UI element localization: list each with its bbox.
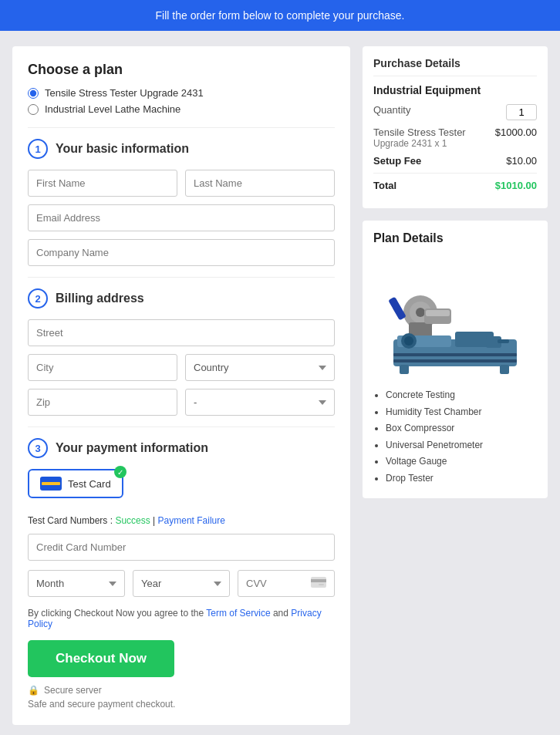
svg-rect-1 <box>311 579 326 582</box>
plan-option-2[interactable]: Industrial Level Lathe Machine <box>28 103 335 115</box>
features-list: Concrete Testing Humidity Test Chamber B… <box>373 387 537 487</box>
step1-circle: 1 <box>28 139 48 159</box>
country-select[interactable]: Country United States United Kingdom Can… <box>185 354 335 381</box>
total-row: Total $1010.00 <box>373 173 537 191</box>
step2-number: 2 <box>35 293 40 305</box>
setup-fee-row: Setup Fee $10.00 <box>373 155 537 167</box>
card-stripe <box>42 482 60 485</box>
success-link[interactable]: Success <box>115 515 150 526</box>
test-card-box[interactable]: Test Card ✓ <box>28 469 123 498</box>
street-field <box>28 319 335 346</box>
company-field <box>28 239 335 266</box>
email-input[interactable] <box>28 204 335 231</box>
step3-label: Your payment information <box>56 441 208 455</box>
failure-link[interactable]: Payment Failure <box>158 515 225 526</box>
equipment-title: Industrial Equipment <box>373 84 537 96</box>
plan-option-1[interactable]: Tensile Stress Tester Upgrade 2431 <box>28 87 335 99</box>
name-row <box>28 170 335 197</box>
step1-number: 1 <box>35 143 40 155</box>
feature-item: Universal Penetrometer <box>386 437 537 454</box>
expiry-row: Month 010203 040506 070809 101112 Year 2… <box>28 570 335 597</box>
secure-label: Secure server <box>44 685 102 696</box>
state-field: - New York California <box>185 389 335 416</box>
zip-state-row: - New York California <box>28 389 335 416</box>
product-name: Tensile Stress Tester <box>373 126 466 138</box>
plan-radio-2[interactable] <box>28 104 39 115</box>
svg-rect-21 <box>500 365 509 374</box>
svg-point-5 <box>416 308 425 317</box>
cvv-input[interactable] <box>246 571 311 596</box>
safe-text: Safe and secure payment checkout. <box>28 699 335 710</box>
tos-link[interactable]: Term of Service <box>206 608 270 619</box>
step3-number: 3 <box>35 443 40 454</box>
state-select[interactable]: - New York California <box>185 389 335 416</box>
plan-details-title: Plan Details <box>373 231 537 245</box>
test-card-label: Test Card Numbers : <box>28 515 115 526</box>
step2-label: Billing address <box>56 292 144 305</box>
first-name-field <box>28 170 177 197</box>
left-panel: Choose a plan Tensile Stress Tester Upgr… <box>12 46 350 725</box>
feature-item: Concrete Testing <box>386 387 537 404</box>
product-row: Tensile Stress Tester Upgrade 2431 x 1 $… <box>373 126 537 149</box>
feature-item: Humidity Test Chamber <box>386 404 537 421</box>
right-panel: Purchase Details Industrial Equipment Qu… <box>363 46 548 725</box>
plan-options: Tensile Stress Tester Upgrade 2431 Indus… <box>28 87 335 115</box>
quantity-value: 1 <box>506 104 537 120</box>
company-input[interactable] <box>28 239 335 266</box>
step3-header: 3 Your payment information <box>28 438 335 458</box>
quantity-label: Quantity <box>373 104 410 116</box>
product-info: Tensile Stress Tester Upgrade 2431 x 1 <box>373 126 466 149</box>
cc-number-input[interactable] <box>28 534 335 561</box>
setup-fee-value: $10.00 <box>506 155 537 167</box>
feature-item: Voltage Gauge <box>386 453 537 470</box>
secure-info: 🔒 Secure server <box>28 685 335 696</box>
tos-text: By clicking Checkout Now you agree to th… <box>28 608 335 629</box>
total-value: $1010.00 <box>495 180 537 191</box>
svg-point-15 <box>404 336 413 346</box>
svg-rect-10 <box>388 297 407 321</box>
year-select[interactable]: Year 20242025 20262027 20282029 <box>133 570 230 597</box>
feature-item: Box Compressor <box>386 420 537 437</box>
plan-radio-1[interactable] <box>28 88 39 99</box>
total-label: Total <box>373 180 396 191</box>
city-input[interactable] <box>28 354 177 381</box>
machine-svg <box>373 255 537 378</box>
test-card-numbers: Test Card Numbers : Success | Payment Fa… <box>28 515 335 526</box>
and-text: and <box>273 608 291 619</box>
zip-input[interactable] <box>28 389 177 416</box>
quantity-row: Quantity 1 <box>373 104 537 120</box>
country-field: Country United States United Kingdom Can… <box>185 354 335 381</box>
plan-label-2: Industrial Level Lathe Machine <box>45 103 180 115</box>
plan-details-box: Plan Details <box>363 221 548 498</box>
choose-plan-title: Choose a plan <box>28 62 335 78</box>
plan-label-1: Tensile Stress Tester Upgrade 2431 <box>45 87 204 99</box>
last-name-field <box>185 170 335 197</box>
city-field <box>28 354 177 381</box>
street-input[interactable] <box>28 319 335 346</box>
checkout-button[interactable]: Checkout Now <box>28 640 174 677</box>
feature-item: Drop Tester <box>386 470 537 487</box>
step1-header: 1 Your basic information <box>28 139 335 159</box>
svg-rect-19 <box>393 359 517 362</box>
step2-circle: 2 <box>28 288 48 308</box>
lock-icon: 🔒 <box>28 685 39 696</box>
top-banner: Fill the order form below to complete yo… <box>0 0 560 31</box>
street-row <box>28 319 335 346</box>
card-icon <box>40 477 62 491</box>
machine-image <box>373 255 537 378</box>
month-select[interactable]: Month 010203 040506 070809 101112 <box>28 570 125 597</box>
check-badge: ✓ <box>114 466 127 478</box>
first-name-input[interactable] <box>28 170 177 197</box>
cvv-wrapper <box>238 570 335 597</box>
card-label: Test Card <box>68 478 111 490</box>
purchase-details-title: Purchase Details <box>373 57 537 76</box>
zip-field <box>28 389 177 416</box>
step2-header: 2 Billing address <box>28 288 335 308</box>
city-country-row: Country United States United Kingdom Can… <box>28 354 335 381</box>
checkout-label: Checkout Now <box>56 651 147 666</box>
email-row <box>28 204 335 231</box>
product-price: $1000.00 <box>495 126 537 138</box>
setup-fee-label: Setup Fee <box>373 155 421 167</box>
last-name-input[interactable] <box>185 170 335 197</box>
cvv-card-icon <box>311 577 326 591</box>
